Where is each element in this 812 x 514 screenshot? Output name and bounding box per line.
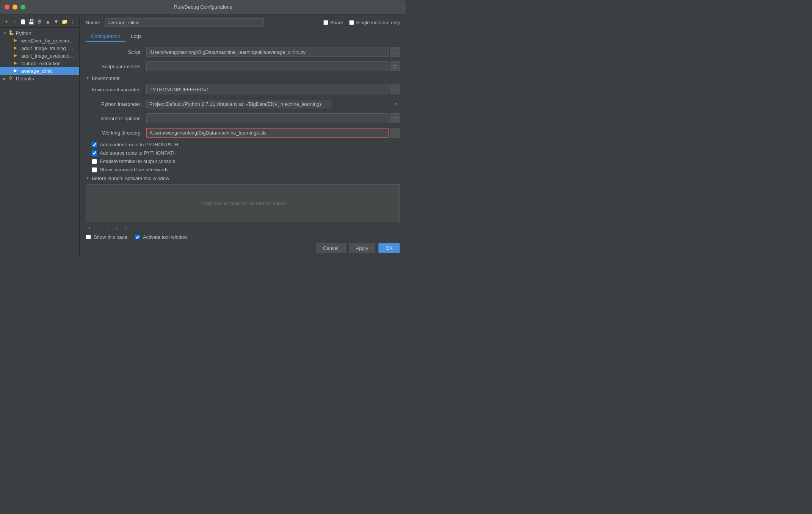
minimize-button[interactable] (13, 5, 17, 9)
no-tasks-text: There are no tasks to run before launch (200, 201, 286, 206)
env-vars-input-group: … (146, 85, 400, 94)
save-config-button[interactable]: 💾 (28, 17, 35, 26)
python-group-arrow: ▼ (3, 31, 8, 35)
settings-button[interactable]: ⚙ (36, 17, 43, 26)
add-content-roots-checkbox[interactable] (92, 142, 97, 147)
sidebar: + − 📋 💾 ⚙ ▲ ▼ 📁 ↕ ▼ 🐍 Python ▶ word2ve (0, 14, 80, 257)
header-right: Share Single instance only (323, 20, 400, 25)
title-bar: Run/Debug Configurations (0, 0, 406, 14)
tree-python-group[interactable]: ▼ 🐍 Python (0, 29, 79, 37)
emulate-terminal-row: Emulate terminal in output console (92, 158, 400, 164)
average-clinic-label: average_clinic (21, 68, 53, 74)
before-launch-section-header: ▼ Before launch: Activate tool window (86, 176, 400, 181)
apply-button[interactable]: Apply (349, 243, 376, 253)
before-launch-up-button[interactable]: ▲ (113, 224, 121, 232)
word2vec-label: word2vec_by_gensim_utils (21, 38, 76, 44)
share-label: Share (330, 20, 343, 25)
emulate-terminal-checkbox[interactable] (92, 159, 97, 164)
single-instance-label: Single instance only (356, 20, 400, 25)
config-name-input[interactable] (105, 18, 264, 27)
env-vars-input[interactable] (146, 85, 389, 94)
add-source-roots-label[interactable]: Add source roots to PYTHONPATH (100, 150, 177, 156)
add-config-button[interactable]: + (3, 17, 10, 26)
interpreter-options-label: Interpreter options: (86, 116, 146, 121)
sidebar-item-word2vec[interactable]: ▶ word2vec_by_gensim_utils (0, 37, 79, 44)
sidebar-item-adult-evaluation[interactable]: ▶ adult_triage_evaluation_manager (0, 52, 79, 60)
sidebar-item-adult-training[interactable]: ▶ adult_triage_training_manager (0, 44, 79, 52)
single-instance-checkbox[interactable] (349, 20, 354, 25)
script-params-input[interactable] (146, 61, 389, 71)
defaults-icon: ⚙ (8, 75, 14, 81)
working-dir-input-group: … (146, 128, 400, 138)
maximize-button[interactable] (20, 5, 25, 9)
sort-button[interactable]: ↕ (69, 17, 76, 26)
environment-section-arrow[interactable]: ▼ (86, 76, 89, 80)
interpreter-options-browse-button[interactable]: ⬚ (390, 113, 400, 123)
show-page-checkbox[interactable] (86, 235, 91, 239)
script-input-group: … (146, 47, 400, 57)
python-group-icon: 🐍 (8, 30, 14, 36)
move-down-button[interactable]: ▼ (53, 17, 60, 26)
script-params-label: Script parameters: (86, 64, 146, 69)
activate-tool-row: Activate tool window (135, 234, 188, 239)
move-up-button[interactable]: ▲ (44, 17, 51, 26)
emulate-terminal-label[interactable]: Emulate terminal in output console (100, 158, 175, 164)
name-label: Name: (86, 20, 100, 25)
remove-config-button[interactable]: − (11, 17, 18, 26)
copy-config-button[interactable]: 📋 (20, 17, 27, 26)
before-launch-section: ▼ Before launch: Activate tool window Th… (86, 176, 400, 239)
python-interpreter-select-wrapper: Project Default (Python 2.7.11 virtualen… (146, 100, 400, 108)
adult-eval-icon: ▶ (14, 53, 20, 59)
feature-extraction-icon: ▶ (14, 60, 20, 66)
before-launch-edit-button[interactable]: ✎ (104, 224, 111, 232)
add-content-roots-row: Add content roots to PYTHONPATH (92, 142, 400, 147)
before-launch-add-button[interactable]: + (86, 224, 93, 232)
ok-button[interactable]: OK (378, 243, 400, 253)
defaults-arrow: ▶ (3, 77, 8, 81)
before-launch-title: Before launch: Activate tool window (92, 176, 169, 181)
add-source-roots-checkbox[interactable] (92, 150, 97, 156)
show-command-line-label[interactable]: Show command line afterwards (100, 167, 168, 172)
share-checkbox-label[interactable]: Share (323, 20, 343, 25)
before-launch-remove-button[interactable]: − (95, 224, 102, 232)
tree-defaults-group[interactable]: ▶ ⚙ Defaults (0, 75, 79, 82)
before-launch-mini-toolbar: + − ✎ ▲ ▼ (86, 224, 400, 232)
python-interpreter-select[interactable]: Project Default (Python 2.7.11 virtualen… (146, 100, 331, 108)
show-command-line-row: Show command line afterwards (92, 167, 400, 172)
cancel-button[interactable]: Cancel (316, 243, 345, 253)
tab-configuration[interactable]: Configuration (86, 31, 125, 42)
working-dir-label: Working directory: (86, 130, 146, 136)
before-launch-box: There are no tasks to run before launch (86, 184, 400, 222)
script-input[interactable] (146, 47, 389, 57)
activate-tool-checkbox[interactable] (135, 235, 140, 239)
word2vec-icon: ▶ (14, 38, 20, 44)
traffic-lights (5, 5, 25, 9)
show-command-line-checkbox[interactable] (92, 167, 97, 172)
add-content-roots-label[interactable]: Add content roots to PYTHONPATH (100, 142, 178, 147)
folder-button[interactable]: 📁 (61, 17, 68, 26)
sidebar-toolbar: + − 📋 💾 ⚙ ▲ ▼ 📁 ↕ (0, 16, 79, 28)
tab-logs[interactable]: Logs (125, 31, 147, 42)
script-params-browse-button[interactable]: ⬚ (390, 61, 400, 71)
single-instance-checkbox-label[interactable]: Single instance only (349, 20, 400, 25)
working-dir-input[interactable] (146, 128, 389, 138)
script-params-row: Script parameters: ⬚ (86, 61, 400, 72)
sidebar-item-average-clinic[interactable]: ▶ average_clinic (0, 67, 79, 75)
activate-tool-label[interactable]: Activate tool window (143, 234, 188, 239)
working-dir-browse-button[interactable]: … (390, 128, 400, 138)
env-vars-browse-button[interactable]: … (390, 85, 400, 94)
before-launch-down-button[interactable]: ▼ (122, 224, 130, 232)
script-params-input-group: ⬚ (146, 61, 400, 71)
environment-section-header: ▼ Environment (86, 75, 400, 81)
sidebar-item-feature-extraction[interactable]: ▶ feature_extraction (0, 60, 79, 67)
config-header: Name: Share Single instance only (80, 14, 406, 31)
before-launch-arrow[interactable]: ▼ (86, 176, 89, 180)
python-group-label: Python (16, 30, 31, 36)
interpreter-options-input[interactable] (146, 113, 389, 123)
env-vars-row: Environment variables: … (86, 84, 400, 95)
script-browse-button[interactable]: … (390, 47, 400, 57)
close-button[interactable] (5, 5, 9, 9)
share-checkbox[interactable] (323, 20, 328, 25)
script-label: Script: (86, 49, 146, 55)
show-page-label[interactable]: Show this page (94, 234, 127, 239)
